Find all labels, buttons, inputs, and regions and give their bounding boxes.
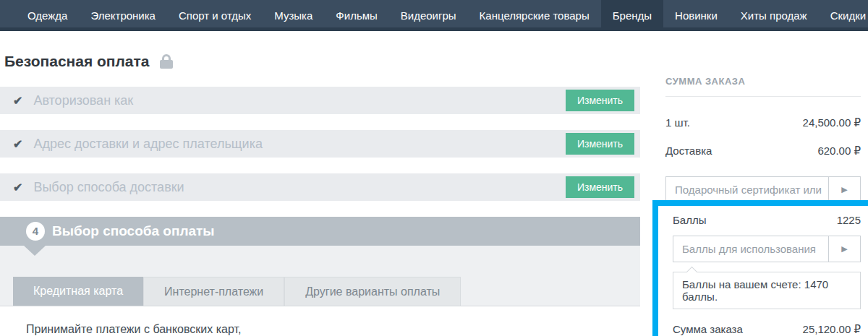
nav-item-electronics[interactable]: Электроника	[79, 0, 167, 31]
apply-points-button[interactable]: ▶	[828, 236, 860, 262]
shipping-label: Доставка	[665, 145, 712, 157]
credit-card-intro-text: Принимайте платежи с банковских карт,	[26, 323, 640, 336]
order-total-row: Сумма заказа 25,120.00 ₽	[673, 323, 861, 336]
tab-panel-credit-card: Принимайте платежи с банковских карт,	[0, 306, 640, 336]
step-number-badge: 4	[26, 222, 45, 241]
points-value: 1225	[837, 214, 861, 226]
tab-credit-card[interactable]: Кредитная карта	[13, 277, 143, 306]
nav-item-movies[interactable]: Фильмы	[324, 0, 388, 31]
items-price: 24,500.00 ₽	[803, 116, 861, 129]
points-balance-note: Баллы на вашем счете: 1470 баллы.	[673, 272, 861, 309]
items-count-label: 1 шт.	[665, 116, 690, 129]
nav-item-videogames[interactable]: Видеоигры	[389, 0, 468, 31]
top-nav: Одежда Электроника Спорт и отдых Музыка …	[0, 0, 868, 31]
checkout-main: Безопасная оплата ✔ Авторизован как Изме…	[0, 31, 640, 336]
check-icon: ✔	[13, 137, 22, 151]
step-authorized-label: Авторизован как	[33, 93, 133, 108]
nav-item-new[interactable]: Новинки	[663, 0, 729, 31]
nav-item-discounts[interactable]: Скидки	[819, 0, 868, 31]
page-title-row: Безопасная оплата	[4, 53, 640, 70]
order-total-value: 25,120.00 ₽	[803, 323, 861, 336]
change-auth-button[interactable]: Изменить	[566, 90, 634, 111]
order-total-label: Сумма заказа	[673, 323, 743, 336]
nav-item-bestsellers[interactable]: Хиты продаж	[729, 0, 819, 31]
nav-item-stationery[interactable]: Канцелярские товары	[468, 0, 601, 31]
gift-certificate-field: ▶	[665, 176, 861, 203]
step-pointer	[24, 246, 46, 256]
step-authorized-row: ✔ Авторизован как Изменить	[0, 87, 640, 114]
points-row: Баллы 1225	[673, 214, 861, 226]
step-address-row: ✔ Адрес доставки и адрес плательщика Изм…	[0, 130, 640, 158]
summary-divider	[665, 96, 861, 97]
step-shipping-row: ✔ Выбор способа доставки Изменить	[0, 173, 640, 201]
nav-item-sport[interactable]: Спорт и отдых	[167, 0, 263, 31]
summary-shipping-row: Доставка 620.00 ₽	[665, 145, 861, 158]
shipping-price: 620.00 ₽	[817, 145, 861, 158]
order-summary-title: СУММА ЗАКАЗА	[665, 76, 861, 87]
check-icon: ✔	[13, 181, 22, 194]
change-address-button[interactable]: Изменить	[566, 133, 634, 155]
step-address-label: Адрес доставки и адрес плательщика	[33, 137, 263, 152]
page-title: Безопасная оплата	[4, 53, 150, 70]
payment-section: Кредитная карта Интернет-платежи Другие …	[0, 246, 640, 336]
tab-internet-payments[interactable]: Интернет-платежи	[143, 277, 284, 306]
payment-step-header: 4 Выбор способа оплаты	[0, 217, 640, 246]
order-summary: СУММА ЗАКАЗА 1 шт. 24,500.00 ₽ Доставка …	[665, 31, 861, 203]
points-field: ▶	[673, 236, 861, 262]
points-highlight-box: Баллы 1225 ▶ Баллы на вашем счете: 1470 …	[652, 200, 868, 336]
summary-items-row: 1 шт. 24,500.00 ₽	[665, 116, 861, 129]
lock-icon	[160, 54, 173, 69]
payment-step-title: Выбор способа оплаты	[52, 223, 215, 239]
nav-item-music[interactable]: Музыка	[263, 0, 324, 31]
payment-tabs: Кредитная карта Интернет-платежи Другие …	[0, 277, 640, 306]
nav-item-clothing[interactable]: Одежда	[16, 0, 79, 31]
points-label: Баллы	[673, 214, 706, 226]
change-shipping-button[interactable]: Изменить	[566, 176, 634, 198]
nav-item-brands[interactable]: Бренды	[601, 0, 663, 31]
apply-gift-button[interactable]: ▶	[828, 177, 860, 202]
check-icon: ✔	[13, 94, 22, 108]
tab-other-payments[interactable]: Другие варианты оплаты	[284, 277, 461, 306]
step-shipping-label: Выбор способа доставки	[33, 180, 184, 195]
